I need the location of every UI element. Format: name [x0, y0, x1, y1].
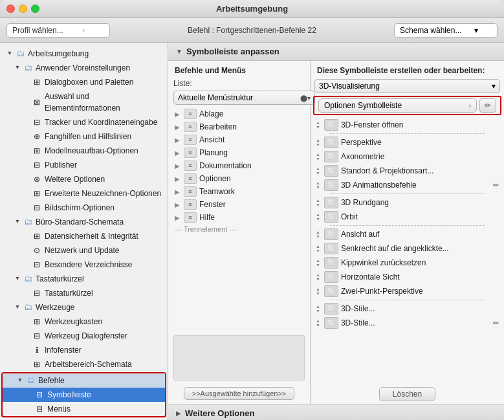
- reorder-handle[interactable]: ▲▼: [316, 120, 320, 129]
- item-icon: ⊞: [31, 77, 43, 87]
- sidebar-item-label: Fanghilfen und Hilfslinien: [45, 131, 131, 142]
- sidebar-item-anwender[interactable]: ▼ 🗂 Anwender Voreinstellungen: [0, 61, 168, 75]
- sidebar-item-erweiterte[interactable]: ⊞ Erweiterte Neuzeichnen-Optionen: [0, 186, 168, 201]
- sidebar-item-werkzeuge[interactable]: ▼ 🗂 Werkzeuge: [0, 300, 168, 315]
- sidebar-item-tastaturkuerzel-group[interactable]: ▼ 🗂 Tastaturkürzel: [0, 272, 168, 286]
- sym-icon: ⬜: [324, 211, 338, 223]
- liste-label: Liste:: [173, 79, 192, 88]
- reorder-handle[interactable]: ▲▼: [316, 212, 320, 221]
- add-btn-row: >>Ausgewählte hinzufügen>>: [168, 383, 310, 404]
- sidebar-item-label: Tastaturkürzel: [45, 287, 93, 299]
- cmd-teamwork[interactable]: ▶ ≡ Teamwork: [168, 185, 310, 198]
- toggle-icon: ▼: [5, 49, 14, 58]
- add-selected-button[interactable]: >>Ausgewählte hinzufügen>>: [184, 387, 295, 400]
- schema-dropdown[interactable]: Schema wählen... ▾: [394, 23, 498, 38]
- sym-ansicht[interactable]: ▲▼ ⬜ Ansicht auf: [311, 227, 504, 241]
- sym-standort[interactable]: ▲▼ ⬜ Standort & Projektionsart...: [311, 164, 504, 178]
- reorder-handle[interactable]: ▲▼: [316, 304, 320, 313]
- toggle-icon: [22, 160, 31, 170]
- sidebar-item-fanghilfen[interactable]: ⊕ Fanghilfen und Hilfslinien: [0, 129, 168, 144]
- reorder-handle[interactable]: ▲▼: [316, 152, 320, 161]
- reorder-handle[interactable]: ▲▼: [316, 166, 320, 175]
- sidebar-item-infofenster[interactable]: ℹ Infofenster: [0, 343, 168, 357]
- cmd-ablage[interactable]: ▶ ≡ Ablage: [168, 107, 310, 120]
- sidebar-item-weitere[interactable]: ⊛ Weitere Optionen: [0, 172, 168, 186]
- sidebar-item-datensicherheit[interactable]: ⊞ Datensicherheit & Integrität: [0, 229, 168, 243]
- sym-3d-rundgang[interactable]: ▲▼ ⬜ 3D Rundgang: [311, 195, 504, 210]
- schema-arrow: ▾: [474, 26, 478, 35]
- sym-zwei-punkt[interactable]: ▲▼ ⬜ Zwei-Punkt-Perspektive: [311, 284, 504, 298]
- reorder-handle[interactable]: ▲▼: [316, 318, 320, 327]
- cmd-ansicht[interactable]: ▶ ≡ Ansicht: [168, 133, 310, 146]
- reorder-handle[interactable]: ▲▼: [316, 272, 320, 282]
- reorder-handle[interactable]: ▲▼: [316, 230, 320, 239]
- aktuelle-dropdown[interactable]: Aktuelle Menüstruktur ⬤▾: [173, 91, 315, 105]
- sym-3d-stile-1[interactable]: ▲▼ ⬜ 3D-Stile...: [311, 302, 504, 316]
- sym-kippwinkel[interactable]: ▲▼ ⬜ Kippwinkel zurücksetzen: [311, 256, 504, 270]
- schema-label: Schema wählen...: [400, 26, 461, 35]
- cmd-fenster[interactable]: ▶ ≡ Fenster: [168, 198, 310, 211]
- cmd-planung[interactable]: ▶ ≡ Planung: [168, 146, 310, 159]
- sym-label: Zwei-Punkt-Perspektive: [341, 287, 423, 296]
- reorder-handle[interactable]: ▲▼: [316, 287, 320, 296]
- sym-perspektive[interactable]: ▲▼ ⬜ Perspektive: [311, 135, 504, 149]
- toolbar-dropdown-row: 3D-Visualisierung ▾: [311, 78, 504, 94]
- minimize-button[interactable]: [19, 5, 27, 13]
- sym-edit-icon[interactable]: ✏: [493, 319, 499, 327]
- right-panel: ▼ Symbolleiste anpassen Befehle und Menü…: [168, 43, 504, 420]
- sidebar-item-dialogboxen[interactable]: ⊞ Dialogboxen und Paletten: [0, 75, 168, 89]
- cmd-label: Planung: [199, 148, 228, 157]
- toggle-icon: ▼: [16, 376, 25, 385]
- sidebar-item-arbeitsbereich[interactable]: ⊞ Arbeitsbereich-Schemata: [0, 357, 168, 371]
- sidebar-item-arbeitsumgebung[interactable]: ▼ 🗂 Arbeitsumgebung: [0, 47, 168, 61]
- sidebar-item-bildschirm[interactable]: ⊟ Bildschirm-Optionen: [0, 201, 168, 215]
- sidebar-item-symbolleiste[interactable]: ⊟ Symbolleiste: [3, 388, 165, 402]
- cmd-expand-icon: ▶: [175, 201, 181, 208]
- right-column: Diese Symbolleiste erstellen oder bearbe…: [311, 61, 504, 404]
- sym-edit-icon[interactable]: ✏: [493, 181, 499, 190]
- sidebar-item-publisher[interactable]: ⊟ Publisher: [0, 158, 168, 172]
- sidebar-item-label: Publisher: [45, 159, 77, 171]
- profile-dropdown[interactable]: Profil wählen... ›: [6, 23, 110, 38]
- close-button[interactable]: [6, 5, 15, 13]
- sym-icon: ⬜: [324, 303, 338, 315]
- sidebar-item-besondere[interactable]: ⊟ Besondere Verzeichnisse: [0, 258, 168, 272]
- sidebar-item-netzwerk[interactable]: ⊙ Netzwerk und Update: [0, 243, 168, 258]
- sidebar-item-modell[interactable]: ⊞ Modellneuaufbau-Optionen: [0, 144, 168, 158]
- cmd-optionen[interactable]: ▶ ≡ Optionen: [168, 172, 310, 185]
- edit-icon-button[interactable]: ✏: [479, 98, 496, 113]
- sidebar-item-tastaturkuerzel[interactable]: ⊟ Tastaturkürzel: [0, 286, 168, 300]
- sym-3d-stile-2[interactable]: ▲▼ ⬜ 3D-Stile... ✏: [311, 316, 504, 330]
- sidebar-item-label: Infofenster: [45, 344, 82, 356]
- reorder-handle[interactable]: ▲▼: [316, 244, 320, 253]
- sidebar-item-werkzeugkasten[interactable]: ⊞ Werkzeugkasten: [0, 315, 168, 329]
- reorder-handle[interactable]: ▲▼: [316, 181, 320, 190]
- reorder-handle[interactable]: ▲▼: [316, 258, 320, 267]
- toggle-icon: [22, 78, 31, 87]
- reorder-handle[interactable]: ▲▼: [316, 198, 320, 207]
- sym-3d-animation[interactable]: ▲▼ ⬜ 3D Animationsbefehle ✏: [311, 178, 504, 192]
- preview-placeholder: [173, 335, 305, 381]
- sym-axonometrie[interactable]: ▲▼ ⬜ Axonometrie: [311, 149, 504, 164]
- sidebar-item-befehle[interactable]: ▼ 🗂 Befehle: [3, 373, 165, 388]
- sidebar-item-auswahl[interactable]: ⊠ Auswahl und Elementinformationen: [0, 89, 168, 115]
- sidebar-item-menus[interactable]: ⊟ Menüs: [3, 402, 165, 416]
- sym-3d-fenster[interactable]: ▲▼ ⬜ 3D-Fenster öffnen: [311, 118, 504, 132]
- sidebar-item-label: Werkzeugkasten: [45, 316, 102, 327]
- sidebar-item-buero[interactable]: ▼ 🗂 Büro-Standard-Schemata: [0, 215, 168, 229]
- sidebar-item-label: Modellneuaufbau-Optionen: [45, 145, 138, 157]
- reorder-handle[interactable]: ▲▼: [316, 138, 320, 147]
- sym-senkrecht[interactable]: ▲▼ ⬜ Senkrecht auf die angeklickte...: [311, 241, 504, 256]
- sym-horizontal[interactable]: ▲▼ ⬜ Horizontale Sicht: [311, 270, 504, 284]
- delete-button[interactable]: Löschen: [379, 387, 435, 401]
- cmd-dokumentation[interactable]: ▶ ≡ Dokumentation: [168, 159, 310, 172]
- toolbar-select[interactable]: 3D-Visualisierung ▾: [314, 79, 500, 93]
- optionen-symbolleiste-button[interactable]: Optionen Symbolleiste ›: [318, 98, 477, 113]
- cmd-bearbeiten[interactable]: ▶ ≡ Bearbeiten: [168, 120, 310, 133]
- cmd-label: Bearbeiten: [199, 122, 237, 131]
- sidebar-item-werkzeug-dialog[interactable]: ⊟ Werkzeug Dialogfenster: [0, 329, 168, 343]
- cmd-hilfe[interactable]: ▶ ≡ Hilfe: [168, 211, 310, 224]
- sidebar-item-tracker[interactable]: ⊟ Tracker und Koordinateneingabe: [0, 115, 168, 129]
- sym-orbit[interactable]: ▲▼ ⬜ Orbit: [311, 210, 504, 224]
- maximize-button[interactable]: [31, 5, 39, 13]
